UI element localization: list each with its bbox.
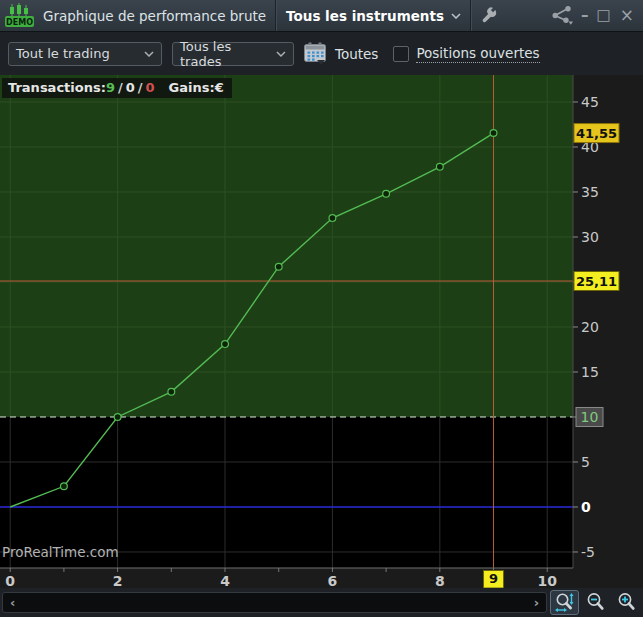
chart-legend: Transactions:9/0/0Gains:€ [2, 78, 232, 98]
trading-scope-select[interactable]: Tout le trading [8, 42, 162, 66]
chevron-down-icon [276, 51, 286, 57]
zoom-out-icon [585, 592, 606, 613]
chevron-down-icon [144, 51, 154, 57]
data-point [168, 388, 175, 395]
zoom-in-icon [616, 592, 637, 613]
y-tick-label: 10 [581, 409, 599, 425]
crosshair-x-badge-label: 9 [489, 571, 498, 586]
window-title: Graphique de performance brute [43, 8, 266, 24]
trading-scope-value: Tout le trading [16, 46, 110, 61]
instrument-selector[interactable]: Tous les instruments [286, 8, 461, 24]
calendar-icon [303, 42, 328, 65]
period-label: Toutes [335, 46, 378, 62]
title-bar: DEMO Graphique de performance brute Tous… [0, 0, 643, 32]
calendar-button[interactable] [303, 42, 328, 65]
zoom-in-button[interactable] [612, 590, 641, 615]
scroll-left-arrow[interactable]: ‹ [10, 596, 15, 609]
x-tick-label: 6 [328, 573, 338, 588]
separator [275, 0, 276, 31]
zoom-pan-tool-button[interactable] [550, 590, 579, 615]
separator [470, 0, 471, 31]
watermark: ProRealTime.com [2, 544, 119, 560]
gains-label: Gains: [169, 80, 215, 95]
data-point [275, 263, 282, 270]
performance-chart[interactable]: -5051015202530354045024681041,5525,119 [0, 75, 643, 588]
crosshair-y-badge-label: 25,11 [576, 274, 617, 289]
x-tick-label: 10 [537, 573, 557, 588]
close-button[interactable]: × [620, 7, 634, 24]
zoom-pan-icon [554, 592, 575, 613]
x-tick-label: 2 [113, 573, 123, 588]
share-icon [551, 5, 575, 26]
performance-chart-window: DEMO Graphique de performance brute Tous… [0, 0, 643, 617]
data-point [490, 130, 497, 137]
bottom-bar: ‹ › [0, 588, 643, 617]
x-tick-label: 4 [220, 573, 230, 588]
instrument-selector-label: Tous les instruments [286, 8, 444, 24]
trades-filter-select[interactable]: Tous les trades [172, 42, 294, 66]
data-point [329, 215, 336, 222]
x-tick-label: 8 [435, 573, 445, 588]
transactions-label: Transactions: [8, 80, 106, 95]
demo-logo: DEMO [4, 3, 36, 29]
y-tick-label: 45 [581, 94, 599, 110]
y-tick-label: 5 [581, 454, 590, 470]
minimize-button[interactable]: – [581, 8, 588, 23]
data-point [383, 190, 390, 197]
open-positions-checkbox[interactable] [393, 46, 409, 62]
gains-currency: € [215, 80, 224, 95]
open-positions-label[interactable]: Positions ouvertes [416, 45, 539, 63]
share-button[interactable] [551, 5, 575, 26]
flat-trades-count: 0 [126, 80, 135, 95]
winning-trades-count: 9 [106, 80, 115, 95]
wrench-icon [481, 7, 498, 24]
window-controls: – □ × [581, 7, 634, 24]
zoom-out-button[interactable] [581, 590, 610, 615]
horizontal-scrollbar[interactable]: ‹ › [2, 592, 547, 613]
chart-area: -5051015202530354045024681041,5525,119 T… [0, 75, 643, 588]
data-point [222, 341, 229, 348]
maximize-button[interactable]: □ [597, 8, 611, 23]
data-point [61, 483, 68, 490]
zoom-controls [550, 590, 641, 615]
x-tick-label: 0 [5, 573, 15, 588]
y-tick-label: 0 [581, 499, 591, 515]
y-tick-label: 20 [581, 319, 599, 335]
losing-trades-count: 0 [145, 80, 154, 95]
trades-filter-value: Tous les trades [180, 39, 276, 69]
last-value-badge-label: 41,55 [576, 126, 617, 141]
y-tick-label: 35 [581, 184, 599, 200]
y-tick-label: 15 [581, 364, 599, 380]
settings-button[interactable] [481, 7, 498, 24]
chevron-down-icon [451, 13, 461, 19]
y-tick-label: 30 [581, 229, 599, 245]
data-point [436, 163, 443, 170]
filter-toolbar: Tout le trading Tous les trades [0, 32, 643, 75]
data-point [114, 414, 121, 421]
scroll-right-arrow[interactable]: › [534, 596, 539, 609]
profit-zone [0, 75, 573, 417]
y-tick-label: -5 [581, 544, 595, 560]
demo-logo-label: DEMO [6, 18, 33, 27]
